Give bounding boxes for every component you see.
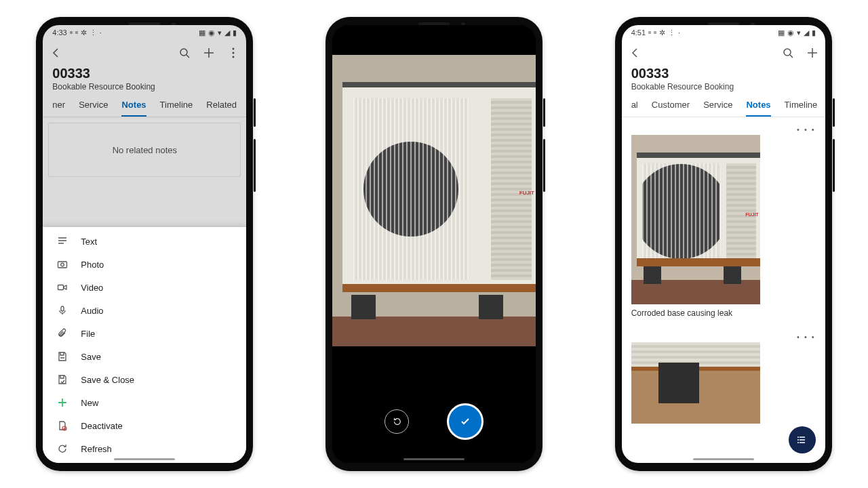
tab-notes[interactable]: Notes	[746, 100, 770, 117]
record-subtitle: Bookable Resource Booking	[631, 82, 816, 92]
svg-rect-7	[61, 306, 64, 311]
note-1-caption: Corroded base causing leak	[627, 304, 820, 322]
svg-point-12	[797, 442, 799, 443]
back-icon[interactable]	[629, 47, 641, 59]
action-sheet: Text Photo Video Audio File Save Save & …	[43, 227, 246, 463]
menu-file[interactable]: File	[43, 322, 246, 345]
video-icon	[56, 282, 68, 293]
tab-service[interactable]: Service	[703, 100, 732, 117]
tabs: al Customer Service Notes Timeline	[622, 94, 825, 117]
phone-2-frame: FUJIT	[326, 17, 542, 471]
svg-point-9	[784, 49, 791, 56]
save-icon	[56, 351, 68, 362]
card-overflow-icon[interactable]: • • •	[797, 125, 816, 134]
ac-unit-photo: FUJIT	[342, 82, 536, 292]
plus-icon	[56, 397, 68, 408]
ac-brand-label: FUJIT	[519, 190, 534, 196]
add-icon[interactable]	[806, 47, 818, 59]
paperclip-icon	[56, 328, 68, 339]
menu-text[interactable]: Text	[43, 230, 246, 253]
phone-3-frame: 4:51 ✲⋮· ▦◉▾◢▮ 00333 Bookable Resource B…	[615, 17, 832, 471]
camera-icon	[56, 259, 68, 270]
tab-partial[interactable]: al	[631, 100, 638, 117]
refresh-icon	[56, 443, 68, 454]
status-bar: 4:51 ✲⋮· ▦◉▾◢▮	[622, 25, 825, 40]
svg-point-5	[61, 263, 64, 266]
phone-1-frame: 4:33 ✲ ⋮· ▦◉▾◢▮ 00333 Bookable Resource …	[36, 17, 253, 471]
tab-customer[interactable]: Customer	[652, 100, 690, 117]
svg-point-11	[797, 439, 799, 441]
save-close-icon	[56, 374, 68, 385]
tab-timeline[interactable]: Timeline	[785, 100, 818, 117]
svg-rect-4	[58, 262, 67, 268]
note-1-thumbnail: FUJIT	[631, 135, 760, 304]
app-bar	[622, 40, 825, 66]
fab-list-button[interactable]	[789, 426, 816, 453]
record-title: 00333	[631, 66, 816, 81]
menu-audio[interactable]: Audio	[43, 299, 246, 322]
menu-save[interactable]: Save	[43, 345, 246, 368]
menu-photo[interactable]: Photo	[43, 253, 246, 276]
menu-save-close[interactable]: Save & Close	[43, 368, 246, 391]
search-icon[interactable]	[782, 47, 794, 59]
camera-confirm-button[interactable]	[447, 403, 484, 440]
note-card-2[interactable]: • • •	[627, 330, 820, 424]
svg-point-10	[797, 436, 799, 438]
page-x-icon	[56, 420, 68, 431]
text-icon	[56, 236, 68, 247]
menu-video[interactable]: Video	[43, 276, 246, 299]
menu-refresh[interactable]: Refresh	[43, 437, 246, 460]
camera-undo-button[interactable]	[384, 409, 409, 434]
status-time: 4:51	[631, 28, 646, 37]
svg-rect-6	[58, 285, 64, 290]
menu-deactivate[interactable]: Deactivate	[43, 414, 246, 437]
card-overflow-icon[interactable]: • • •	[797, 333, 816, 341]
menu-new[interactable]: New	[43, 391, 246, 414]
note-card-1[interactable]: • • • FUJIT Corroded base causing leak	[627, 123, 820, 322]
mic-icon	[56, 305, 68, 316]
note-2-thumbnail	[631, 342, 760, 424]
camera-viewfinder: FUJIT	[332, 55, 536, 346]
